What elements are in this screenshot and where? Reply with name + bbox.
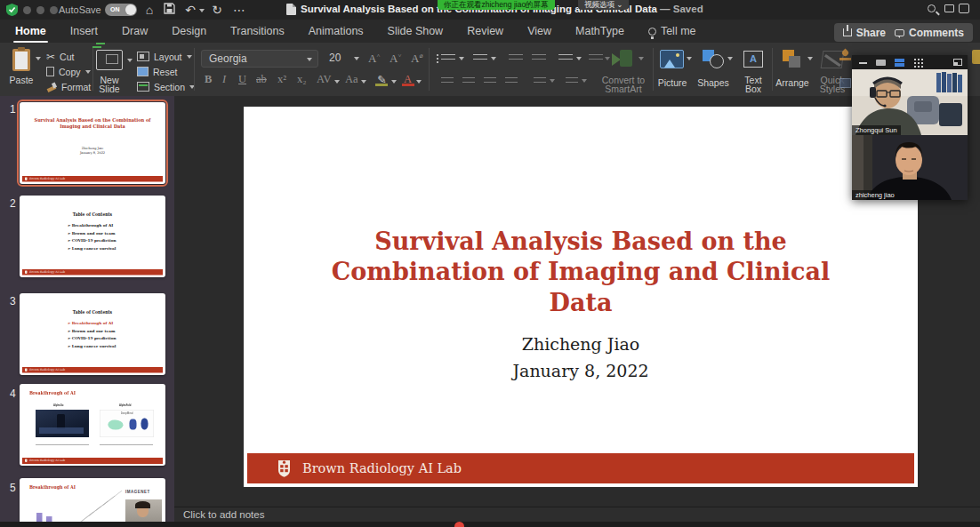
speaker-view-icon[interactable] [876,60,886,66]
arrange-icon[interactable] [783,50,804,69]
text-box-icon[interactable]: A [743,51,763,68]
increase-indent-button[interactable] [532,52,546,63]
layout-button[interactable]: Layout [137,50,192,63]
tab-home[interactable]: Home [15,25,46,37]
copy-button[interactable]: Copy [46,65,91,78]
align-center-button[interactable] [462,76,475,84]
save-icon[interactable] [162,2,176,18]
paste-icon[interactable] [12,49,30,71]
bullets-caret[interactable] [459,57,464,60]
shapes-button[interactable]: Shapes [694,78,733,87]
redo-button[interactable]: ↻ [210,2,224,18]
character-spacing-button[interactable]: AV [317,73,331,86]
autosave-toggle[interactable]: ON [105,4,137,16]
arrange-caret[interactable] [807,57,813,60]
slide-subtitle-textbox[interactable]: Zhicheng Jiao January 8, 2022 [244,331,918,384]
convert-to-smartart-button[interactable]: Convert toSmartArt [590,76,656,93]
new-slide-button[interactable]: NewSlide [89,76,130,93]
participant-video-1[interactable]: Zhongqui Sun [852,69,968,135]
slide-thumbnail-3[interactable]: Table of Contents Breakthrough of AI Bro… [20,293,165,375]
notes-pane[interactable]: Click to add notes [174,507,980,522]
window-minimize-button[interactable] [36,6,44,14]
highlight-caret[interactable] [391,80,397,84]
gallery-view-icon[interactable] [895,59,904,67]
video-options-button[interactable]: 视频选项 ⌄ [578,0,629,10]
tab-transitions[interactable]: Transitions [230,25,285,37]
smartart-icon[interactable] [612,50,633,68]
slide-canvas[interactable]: Survival Analysis Based on the Combinati… [244,107,918,487]
justify-button[interactable] [505,76,518,84]
cut-button[interactable]: Cut [46,50,74,63]
copy-dropdown-caret[interactable] [85,70,91,74]
underline-button[interactable]: U [238,73,246,86]
undo-dropdown-caret[interactable] [199,9,205,12]
slide-thumbnail-4[interactable]: Breakthrough of AI AlphaGo AlphaFold Dee… [20,384,165,466]
new-slide-dropdown-caret[interactable] [127,59,133,62]
slide-thumbnail-2[interactable]: Table of Contents Breakthrough of AI Bro… [20,196,165,277]
decrease-indent-button[interactable] [509,52,523,63]
minimize-videos-icon[interactable] [859,62,867,64]
format-painter-edge-icon[interactable] [972,50,980,64]
slide-thumbnail-1[interactable]: Survival Analysis Based on the Combinati… [20,102,165,184]
case-caret[interactable] [361,80,366,84]
layout-caret[interactable] [187,55,192,59]
numbering-caret[interactable] [491,57,496,60]
sort-text-button[interactable] [534,76,546,84]
popout-icon[interactable] [953,59,962,66]
font-color-caret[interactable] [416,80,422,84]
slide-title-textbox[interactable]: Survival Analysis Based on the Combinati… [296,227,865,318]
undo-button[interactable]: ↶ [183,2,197,18]
more-commands-button[interactable]: ⋯ [231,2,247,18]
clear-formatting-button[interactable]: A⌀ [411,52,423,66]
shapes-caret[interactable] [727,57,733,60]
align-right-button[interactable] [484,76,496,84]
input-method-icon[interactable] [959,4,969,13]
shrink-font-button[interactable]: A˅ [390,52,401,66]
search-icon[interactable] [928,4,936,12]
slide-footer-bar[interactable]: Brown Radiology AI Lab [247,453,914,483]
slide-thumbnail-5[interactable]: Breakthrough of AI IMAGENET [20,478,165,527]
text-box-button[interactable]: TextBox [740,76,767,93]
italic-button[interactable]: I [222,73,226,86]
format-painter-button[interactable]: Format [46,80,91,93]
bullets-button[interactable] [441,52,455,63]
shape-fill-icon[interactable] [839,50,851,61]
picture-caret[interactable] [687,57,692,60]
tab-design[interactable]: Design [172,25,206,37]
picture-button[interactable]: Picture [653,78,692,87]
tab-review[interactable]: Review [467,25,503,37]
smartart-caret[interactable] [639,57,644,60]
grow-font-button[interactable]: A˄ [368,52,380,66]
tab-insert[interactable]: Insert [70,25,98,37]
reset-button[interactable]: Reset [137,65,177,78]
paste-dropdown-caret[interactable] [36,57,41,60]
tab-draw[interactable]: Draw [122,25,148,37]
window-close-button[interactable] [23,6,31,14]
line-spacing-button[interactable] [558,52,573,63]
paste-button[interactable]: Paste [5,76,37,84]
tab-slide-show[interactable]: Slide Show [388,25,444,37]
columns-caret[interactable] [582,79,587,83]
text-direction-caret[interactable] [605,57,610,60]
columns-button[interactable] [566,76,578,84]
font-size-select[interactable]: 20 [324,50,359,68]
shapes-icon[interactable] [703,50,726,69]
superscript-button[interactable]: x² [277,73,286,86]
keyboard-icon[interactable] [944,4,954,12]
comments-button[interactable]: Comments [886,23,973,42]
line-spacing-caret[interactable] [576,57,582,60]
text-direction-button[interactable] [589,52,603,63]
tab-view[interactable]: View [527,25,551,37]
subscript-button[interactable]: x₂ [297,73,307,86]
tab-animations[interactable]: Animations [309,25,364,37]
home-button[interactable]: ⌂ [142,2,157,18]
participant-video-2[interactable]: zhicheng jiao [852,135,968,200]
change-case-button[interactable]: Aa [345,73,358,86]
format-pane-icon[interactable] [839,78,851,88]
new-slide-icon[interactable] [96,50,123,70]
spacing-caret[interactable] [334,80,340,84]
tell-me-button[interactable]: Tell me [648,25,696,37]
section-button[interactable]: Section [137,80,195,93]
picture-icon[interactable] [660,50,684,68]
font-name-select[interactable]: Georgia [201,50,318,68]
